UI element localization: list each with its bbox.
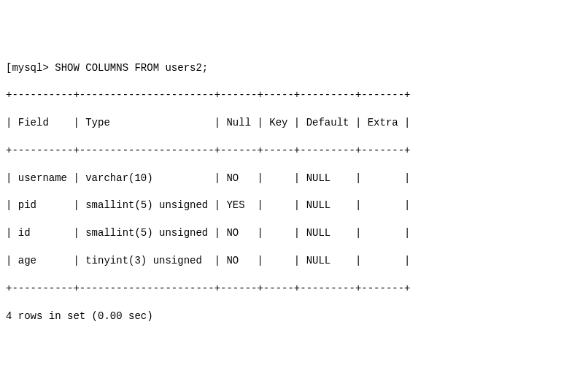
blank-line: [6, 337, 582, 350]
prompt-line-1[interactable]: [mysql> SHOW COLUMNS FROM users2;: [6, 61, 582, 75]
mysql-prompt: mysql>: [12, 62, 48, 74]
table-row: | age | tinyint(3) unsigned | NO | | NUL…: [6, 254, 582, 268]
result-footer: 4 rows in set (0.00 sec): [6, 310, 582, 323]
table-border: +----------+----------------------+-----…: [6, 144, 582, 158]
table-row: | id | smallint(5) unsigned | NO | | NUL…: [6, 226, 582, 240]
table-row: | pid | smallint(5) unsigned | YES | | N…: [6, 199, 582, 212]
table-border: +----------+----------------------+-----…: [6, 88, 582, 102]
table-border: +----------+----------------------+-----…: [6, 282, 582, 296]
table-row: | username | varchar(10) | NO | | NULL |…: [6, 172, 582, 185]
sql-command-1: SHOW COLUMNS FROM users2;: [55, 62, 208, 74]
table-header: | Field | Type | Null | Key | Default | …: [6, 116, 582, 130]
